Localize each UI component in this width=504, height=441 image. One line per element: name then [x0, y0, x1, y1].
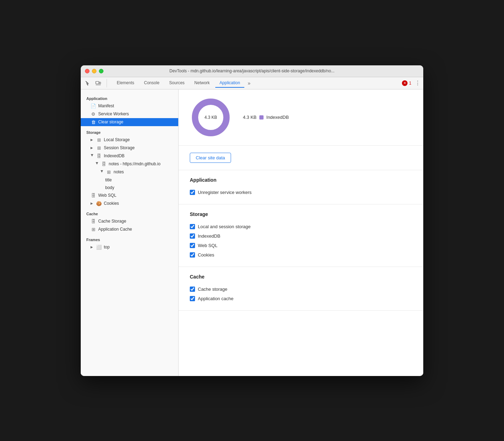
expand-arrow-indexeddb: ▶	[91, 154, 94, 158]
sidebar-item-websql[interactable]: 🗄 Web SQL	[81, 191, 178, 200]
section-application: Application	[81, 92, 178, 102]
checkbox-websql: Web SQL	[190, 241, 412, 250]
devtools-window: DevTools - mdn.github.io/learning-area/j…	[81, 65, 423, 376]
table-icon-2: ⊞	[96, 145, 102, 151]
traffic-lights	[85, 69, 103, 73]
legend-color-indexeddb	[259, 115, 264, 120]
section-frames: Frames	[81, 233, 178, 243]
checkbox-indexeddb: IndexedDB	[190, 231, 412, 241]
websql-icon: 🗄	[91, 193, 96, 198]
websql-label: Web SQL	[198, 243, 217, 248]
local-session-checkbox[interactable]	[190, 224, 195, 229]
sidebar-item-app-cache[interactable]: ⊞ Application Cache	[81, 225, 178, 233]
section-storage: Storage	[81, 126, 178, 136]
sidebar-item-session-storage[interactable]: ▶ ⊞ Session Storage	[81, 144, 178, 152]
expand-arrow-notes: ▶	[100, 170, 104, 174]
sidebar-item-indexeddb[interactable]: ▶ 🗄 IndexedDB	[81, 152, 178, 160]
app-cache-checkbox[interactable]	[190, 296, 195, 301]
websql-checkbox[interactable]	[190, 243, 195, 248]
close-button[interactable]	[85, 69, 89, 73]
tab-network[interactable]: Network	[190, 79, 214, 88]
content-area: 4.3 KB 4.3 KB IndexedDB Clear site data …	[179, 89, 423, 376]
sidebar-item-notes-store[interactable]: ▶ ⊞ notes	[81, 168, 178, 176]
expand-arrow-session-storage: ▶	[91, 146, 94, 150]
legend-label-indexeddb: IndexedDB	[266, 115, 289, 120]
window-title: DevTools - mdn.github.io/learning-area/j…	[170, 68, 334, 73]
unregister-sw-checkbox[interactable]	[190, 190, 195, 195]
maximize-button[interactable]	[99, 69, 103, 73]
legend-size: 4.3 KB	[243, 115, 257, 120]
unregister-sw-label: Unregister service workers	[198, 190, 252, 195]
cookies-icon: 🍪	[96, 201, 102, 206]
app-cache-label: Application cache	[198, 296, 233, 301]
titlebar: DevTools - mdn.github.io/learning-area/j…	[81, 65, 423, 77]
device-icon[interactable]	[94, 79, 102, 87]
menu-button[interactable]: ⋮	[415, 80, 420, 86]
application-settings-title: Application	[190, 177, 412, 183]
inspect-icon[interactable]	[84, 79, 92, 87]
legend-item-indexeddb: 4.3 KB IndexedDB	[243, 115, 289, 120]
sidebar-item-service-workers[interactable]: ⚙ Service Workers	[81, 110, 178, 118]
sidebar-item-title-field[interactable]: title	[81, 176, 178, 184]
minimize-button[interactable]	[92, 69, 96, 73]
cache-icon: 🗄	[91, 219, 96, 224]
clear-site-section: Clear site data	[179, 146, 423, 170]
cache-settings-section: Cache Cache storage Application cache	[179, 267, 423, 311]
cookies-checkbox[interactable]	[190, 252, 195, 258]
error-badge[interactable]: ✕ 1	[402, 80, 411, 86]
error-icon: ✕	[402, 80, 408, 86]
storage-settings-section: Storage Local and session storage Indexe…	[179, 204, 423, 267]
expand-arrow-top: ▶	[91, 245, 94, 249]
cache-storage-label: Cache storage	[198, 287, 228, 292]
toolbar-icon-group	[84, 79, 107, 87]
trash-icon: 🗑	[91, 120, 96, 125]
donut-chart: 4.3 KB	[190, 96, 232, 138]
indexeddb-label: IndexedDB	[198, 233, 220, 239]
sidebar-item-manifest[interactable]: 📄 Manifest	[81, 102, 178, 110]
clear-site-data-button[interactable]: Clear site data	[190, 153, 231, 163]
checkbox-app-cache: Application cache	[190, 294, 412, 303]
checkbox-cookies: Cookies	[190, 250, 412, 260]
cookies-label: Cookies	[198, 252, 214, 258]
sidebar-item-local-storage[interactable]: ▶ ⊞ Local Storage	[81, 136, 178, 144]
toolbar: Elements Console Sources Network Applica…	[81, 77, 423, 89]
sidebar: Application 📄 Manifest ⚙ Service Workers…	[81, 89, 179, 376]
db-icon: 🗄	[96, 153, 102, 159]
checkbox-local-session: Local and session storage	[190, 222, 412, 231]
indexeddb-checkbox[interactable]	[190, 233, 195, 239]
chart-center-label: 4.3 KB	[204, 115, 217, 120]
frame-icon: ⬜	[96, 245, 102, 250]
sidebar-item-cookies[interactable]: ▶ 🍪 Cookies	[81, 200, 178, 208]
checkbox-cache-storage: Cache storage	[190, 284, 412, 294]
section-cache: Cache	[81, 208, 178, 217]
chart-legend: 4.3 KB IndexedDB	[243, 115, 289, 120]
cache-settings-title: Cache	[190, 274, 412, 280]
tab-application[interactable]: Application	[215, 79, 244, 88]
expand-arrow-notes-db: ▶	[95, 162, 99, 166]
local-session-label: Local and session storage	[198, 224, 251, 229]
manifest-icon: 📄	[91, 103, 96, 109]
tab-elements[interactable]: Elements	[113, 79, 138, 88]
sidebar-item-top[interactable]: ▶ ⬜ top	[81, 243, 178, 251]
appcache-icon: ⊞	[91, 227, 96, 232]
tab-sources[interactable]: Sources	[165, 79, 189, 88]
tab-console[interactable]: Console	[140, 79, 164, 88]
cache-storage-checkbox[interactable]	[190, 287, 195, 292]
sidebar-item-clear-storage[interactable]: 🗑 Clear storage	[81, 118, 178, 126]
table-icon: ⊞	[96, 137, 102, 143]
table-icon-3: ⊞	[106, 169, 111, 175]
svg-rect-0	[96, 81, 99, 84]
main-layout: Application 📄 Manifest ⚙ Service Workers…	[81, 89, 423, 376]
gear-icon: ⚙	[91, 111, 96, 117]
db-icon-2: 🗄	[101, 161, 107, 167]
more-tabs-button[interactable]: »	[246, 80, 253, 86]
sidebar-item-notes-db[interactable]: ▶ 🗄 notes - https://mdn.github.io	[81, 160, 178, 168]
sidebar-item-cache-storage[interactable]: 🗄 Cache Storage	[81, 217, 178, 225]
svg-rect-1	[99, 82, 101, 84]
expand-arrow-cookies: ▶	[91, 202, 94, 205]
storage-settings-title: Storage	[190, 211, 412, 217]
checkbox-unregister-sw: Unregister service workers	[190, 188, 412, 197]
expand-arrow-local-storage: ▶	[91, 138, 94, 142]
application-settings-section: Application Unregister service workers	[179, 170, 423, 204]
sidebar-item-body-field[interactable]: body	[81, 184, 178, 191]
